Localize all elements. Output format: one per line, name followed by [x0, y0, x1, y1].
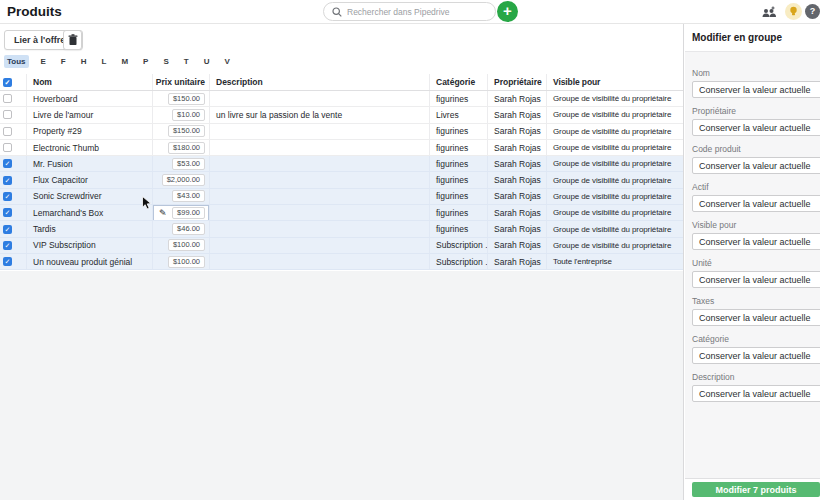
product-description-cell[interactable] — [210, 189, 430, 204]
product-visibility-cell[interactable]: Groupe de visibilité du propriétaire — [547, 107, 683, 122]
alphabet-filter-v[interactable]: V — [221, 55, 232, 68]
product-visibility-cell[interactable]: Groupe de visibilité du propriétaire — [547, 221, 683, 236]
row-checkbox-2[interactable] — [3, 127, 12, 136]
product-visibility-cell[interactable]: Groupe de visibilité du propriétaire — [547, 205, 683, 220]
product-category-cell[interactable]: figurines — [430, 91, 488, 106]
product-name-cell[interactable]: Un nouveau produit génial — [27, 254, 153, 269]
product-price-cell[interactable]: $43.00 — [153, 189, 210, 204]
select-all-checkbox[interactable]: ✓ — [3, 78, 12, 87]
product-category-cell[interactable]: figurines — [430, 156, 488, 171]
alphabet-filter-t[interactable]: T — [181, 55, 192, 68]
alphabet-filter-p[interactable]: P — [140, 55, 151, 68]
table-row[interactable]: Property #29$150.00figurinesSarah RojasG… — [0, 124, 683, 140]
product-owner-cell[interactable]: Sarah Rojas — [488, 238, 547, 253]
product-name-cell[interactable]: Electronic Thumb — [27, 140, 153, 155]
product-visibility-cell[interactable]: Groupe de visibilité du propriétaire — [547, 172, 683, 187]
product-category-cell[interactable]: Subscription ... — [430, 254, 488, 269]
bulk-field-select-1[interactable]: Conserver la valeur actuelle — [692, 119, 820, 136]
product-name-cell[interactable]: Livre de l'amour — [27, 107, 153, 122]
product-category-cell[interactable]: figurines — [430, 221, 488, 236]
alphabet-filter-m[interactable]: M — [118, 55, 131, 68]
column-header-4[interactable]: Propriétaire — [488, 74, 547, 90]
product-visibility-cell[interactable]: Groupe de visibilité du propriétaire — [547, 140, 683, 155]
table-row[interactable]: ✓Tardis$46.00figurinesSarah RojasGroupe … — [0, 221, 683, 237]
bulk-field-select-0[interactable]: Conserver la valeur actuelle — [692, 81, 820, 98]
alphabet-filter-u[interactable]: U — [201, 55, 213, 68]
product-price-cell[interactable]: $2,000.00 — [153, 172, 210, 187]
product-name-cell[interactable]: Lemarchand's Box — [27, 205, 153, 220]
product-name-cell[interactable]: Mr. Fusion — [27, 156, 153, 171]
product-owner-cell[interactable]: Sarah Rojas — [488, 156, 547, 171]
product-description-cell[interactable] — [210, 238, 430, 253]
product-owner-cell[interactable]: Sarah Rojas — [488, 124, 547, 139]
product-price-cell[interactable]: $100.00 — [153, 254, 210, 269]
product-owner-cell[interactable]: Sarah Rojas — [488, 172, 547, 187]
product-price-cell[interactable]: $53.00 — [153, 156, 210, 171]
product-owner-cell[interactable]: Sarah Rojas — [488, 221, 547, 236]
help-icon[interactable]: ? — [805, 4, 820, 19]
column-header-3[interactable]: Catégorie — [430, 74, 488, 90]
product-description-cell[interactable] — [210, 172, 430, 187]
bulk-field-select-4[interactable]: Conserver la valeur actuelle — [692, 233, 820, 250]
row-checkbox-0[interactable] — [3, 94, 12, 103]
row-checkbox-1[interactable] — [3, 110, 12, 119]
product-price-cell[interactable]: $180.00 — [153, 140, 210, 155]
row-checkbox-4[interactable]: ✓ — [3, 159, 12, 168]
product-name-cell[interactable]: Flux Capacitor — [27, 172, 153, 187]
product-description-cell[interactable] — [210, 221, 430, 236]
product-category-cell[interactable]: Livres — [430, 107, 488, 122]
product-price-cell[interactable]: $46.00 — [153, 221, 210, 236]
product-name-cell[interactable]: Property #29 — [27, 124, 153, 139]
product-name-cell[interactable]: VIP Subscription — [27, 238, 153, 253]
quick-add-button[interactable]: + — [497, 1, 518, 22]
product-description-cell[interactable] — [210, 91, 430, 106]
row-checkbox-10[interactable]: ✓ — [3, 257, 12, 266]
product-category-cell[interactable]: figurines — [430, 124, 488, 139]
bulk-field-select-2[interactable]: Conserver la valeur actuelle — [692, 157, 820, 174]
price-edit-cell[interactable]: ✎$99.00 — [153, 205, 209, 220]
product-visibility-cell[interactable]: Groupe de visibilité du propriétaire — [547, 156, 683, 171]
bulk-field-select-8[interactable]: Conserver la valeur actuelle — [692, 385, 820, 402]
table-row[interactable]: ✓Un nouveau produit génial$100.00Subscri… — [0, 254, 683, 270]
column-header-0[interactable]: Nom — [27, 74, 153, 90]
table-row[interactable]: ✓VIP Subscription$100.00Subscription ...… — [0, 238, 683, 254]
column-header-5[interactable]: Visible pour — [547, 74, 683, 90]
row-checkbox-5[interactable]: ✓ — [3, 176, 12, 185]
product-category-cell[interactable]: Subscription ... — [430, 238, 488, 253]
bulk-field-select-7[interactable]: Conserver la valeur actuelle — [692, 347, 820, 364]
product-price-cell[interactable]: $150.00 — [153, 124, 210, 139]
alphabet-filter-tous[interactable]: Tous — [4, 55, 29, 68]
product-visibility-cell[interactable]: Groupe de visibilité du propriétaire — [547, 124, 683, 139]
bulk-edit-submit-button[interactable]: Modifier 7 produits — [692, 482, 820, 497]
product-visibility-cell[interactable]: Toute l'entreprise — [547, 254, 683, 269]
invite-users-icon[interactable] — [761, 5, 777, 23]
alphabet-filter-s[interactable]: S — [160, 55, 171, 68]
table-row[interactable]: ✓Mr. Fusion$53.00figurinesSarah RojasGro… — [0, 156, 683, 172]
edit-pencil-icon[interactable]: ✎ — [159, 208, 167, 218]
table-row[interactable]: ✓Sonic Screwdriver$43.00figurinesSarah R… — [0, 189, 683, 205]
table-row[interactable]: Livre de l'amour$10.00un livre sur la pa… — [0, 107, 683, 123]
table-row[interactable]: ✓Lemarchand's Box✎$99.00figurinesSarah R… — [0, 205, 683, 221]
alphabet-filter-h[interactable]: H — [78, 55, 90, 68]
delete-button[interactable] — [63, 30, 82, 50]
product-owner-cell[interactable]: Sarah Rojas — [488, 140, 547, 155]
alphabet-filter-e[interactable]: E — [38, 55, 49, 68]
row-checkbox-7[interactable]: ✓ — [3, 208, 12, 217]
tips-lightbulb-icon[interactable] — [785, 3, 802, 20]
product-owner-cell[interactable]: Sarah Rojas — [488, 205, 547, 220]
product-visibility-cell[interactable]: Groupe de visibilité du propriétaire — [547, 238, 683, 253]
row-checkbox-6[interactable]: ✓ — [3, 192, 12, 201]
product-name-cell[interactable]: Tardis — [27, 221, 153, 236]
product-description-cell[interactable] — [210, 140, 430, 155]
product-price-cell[interactable]: $100.00 — [153, 238, 210, 253]
product-visibility-cell[interactable]: Groupe de visibilité du propriétaire — [547, 91, 683, 106]
product-category-cell[interactable]: figurines — [430, 205, 488, 220]
row-checkbox-8[interactable]: ✓ — [3, 225, 12, 234]
product-description-cell[interactable] — [210, 254, 430, 269]
product-name-cell[interactable]: Hoverboard — [27, 91, 153, 106]
product-description-cell[interactable]: un livre sur la passion de la vente — [210, 107, 430, 122]
row-checkbox-9[interactable]: ✓ — [3, 241, 12, 250]
global-search[interactable] — [323, 2, 496, 21]
product-owner-cell[interactable]: Sarah Rojas — [488, 91, 547, 106]
bulk-field-select-6[interactable]: Conserver la valeur actuelle — [692, 309, 820, 326]
